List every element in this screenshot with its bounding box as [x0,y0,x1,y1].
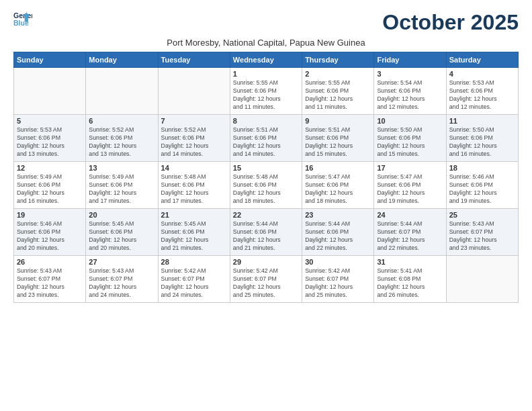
day-info: Sunrise: 5:45 AM Sunset: 6:06 PM Dayligh… [89,220,154,253]
day-number: 31 [377,258,443,266]
table-row: 8Sunrise: 5:51 AM Sunset: 6:06 PM Daylig… [230,115,302,162]
day-number: 13 [89,164,154,172]
header: General Blue October 2025 [13,10,519,35]
day-number: 16 [305,164,371,172]
calendar-week-5: 26Sunrise: 5:43 AM Sunset: 6:07 PM Dayli… [14,256,519,303]
day-info: Sunrise: 5:46 AM Sunset: 6:06 PM Dayligh… [17,220,83,253]
table-row: 24Sunrise: 5:44 AM Sunset: 6:07 PM Dayli… [374,209,446,256]
day-number: 28 [161,258,227,266]
day-info: Sunrise: 5:51 AM Sunset: 6:06 PM Dayligh… [233,126,299,158]
day-info: Sunrise: 5:55 AM Sunset: 6:06 PM Dayligh… [233,79,299,111]
calendar-table: Sunday Monday Tuesday Wednesday Thursday… [13,52,519,303]
table-row: 4Sunrise: 5:53 AM Sunset: 6:06 PM Daylig… [446,68,518,115]
col-friday: Friday [374,52,446,68]
day-number: 29 [233,258,299,266]
table-row: 14Sunrise: 5:48 AM Sunset: 6:06 PM Dayli… [158,162,230,209]
day-info: Sunrise: 5:54 AM Sunset: 6:06 PM Dayligh… [377,79,443,111]
day-info: Sunrise: 5:44 AM Sunset: 6:06 PM Dayligh… [305,220,371,253]
day-number: 5 [17,117,83,125]
day-info: Sunrise: 5:50 AM Sunset: 6:06 PM Dayligh… [377,126,443,158]
day-number: 25 [449,211,515,219]
day-number: 18 [449,164,515,172]
table-row: 26Sunrise: 5:43 AM Sunset: 6:07 PM Dayli… [14,256,86,303]
day-number: 8 [233,117,299,125]
day-number: 27 [89,258,154,266]
calendar-header-row: Sunday Monday Tuesday Wednesday Thursday… [14,52,519,68]
day-info: Sunrise: 5:42 AM Sunset: 6:07 PM Dayligh… [305,267,371,300]
day-number: 7 [161,117,227,125]
day-info: Sunrise: 5:53 AM Sunset: 6:06 PM Dayligh… [449,79,515,111]
table-row: 30Sunrise: 5:42 AM Sunset: 6:07 PM Dayli… [302,256,374,303]
table-row: 16Sunrise: 5:47 AM Sunset: 6:06 PM Dayli… [302,162,374,209]
day-number: 6 [89,117,154,125]
day-number: 15 [233,164,299,172]
table-row: 19Sunrise: 5:46 AM Sunset: 6:06 PM Dayli… [14,209,86,256]
table-row: 13Sunrise: 5:49 AM Sunset: 6:06 PM Dayli… [86,162,158,209]
day-number: 20 [89,211,154,219]
day-number: 26 [17,258,83,266]
day-number: 22 [233,211,299,219]
col-monday: Monday [86,52,158,68]
day-info: Sunrise: 5:43 AM Sunset: 6:07 PM Dayligh… [89,267,154,300]
table-row: 31Sunrise: 5:41 AM Sunset: 6:08 PM Dayli… [374,256,446,303]
table-row: 12Sunrise: 5:49 AM Sunset: 6:06 PM Dayli… [14,162,86,209]
day-number: 9 [305,117,371,125]
table-row: 18Sunrise: 5:46 AM Sunset: 6:06 PM Dayli… [446,162,518,209]
col-thursday: Thursday [302,52,374,68]
calendar-week-1: 1Sunrise: 5:55 AM Sunset: 6:06 PM Daylig… [14,68,519,115]
table-row [86,68,158,115]
table-row: 3Sunrise: 5:54 AM Sunset: 6:06 PM Daylig… [374,68,446,115]
col-wednesday: Wednesday [230,52,302,68]
day-info: Sunrise: 5:52 AM Sunset: 6:06 PM Dayligh… [89,126,154,158]
day-info: Sunrise: 5:53 AM Sunset: 6:06 PM Dayligh… [17,126,83,158]
table-row: 28Sunrise: 5:42 AM Sunset: 6:07 PM Dayli… [158,256,230,303]
table-row: 11Sunrise: 5:50 AM Sunset: 6:06 PM Dayli… [446,115,518,162]
day-number: 24 [377,211,443,219]
day-info: Sunrise: 5:44 AM Sunset: 6:07 PM Dayligh… [377,220,443,253]
day-number: 14 [161,164,227,172]
day-number: 30 [305,258,371,266]
day-info: Sunrise: 5:43 AM Sunset: 6:07 PM Dayligh… [449,220,515,253]
table-row: 29Sunrise: 5:42 AM Sunset: 6:07 PM Dayli… [230,256,302,303]
table-row [446,256,518,303]
day-info: Sunrise: 5:47 AM Sunset: 6:06 PM Dayligh… [305,173,371,205]
table-row: 15Sunrise: 5:48 AM Sunset: 6:06 PM Dayli… [230,162,302,209]
table-row: 23Sunrise: 5:44 AM Sunset: 6:06 PM Dayli… [302,209,374,256]
col-saturday: Saturday [446,52,518,68]
logo-icon: General Blue [13,10,32,29]
day-info: Sunrise: 5:42 AM Sunset: 6:07 PM Dayligh… [233,267,299,300]
table-row: 7Sunrise: 5:52 AM Sunset: 6:06 PM Daylig… [158,115,230,162]
day-info: Sunrise: 5:46 AM Sunset: 6:06 PM Dayligh… [449,173,515,205]
day-info: Sunrise: 5:48 AM Sunset: 6:06 PM Dayligh… [161,173,227,205]
table-row [158,68,230,115]
calendar-week-4: 19Sunrise: 5:46 AM Sunset: 6:06 PM Dayli… [14,209,519,256]
day-number: 11 [449,117,515,125]
page: General Blue October 2025 Port Moresby, … [0,0,532,411]
table-row: 6Sunrise: 5:52 AM Sunset: 6:06 PM Daylig… [86,115,158,162]
logo: General Blue [13,10,32,29]
day-number: 23 [305,211,371,219]
day-info: Sunrise: 5:42 AM Sunset: 6:07 PM Dayligh… [161,267,227,300]
table-row: 17Sunrise: 5:47 AM Sunset: 6:06 PM Dayli… [374,162,446,209]
calendar-week-2: 5Sunrise: 5:53 AM Sunset: 6:06 PM Daylig… [14,115,519,162]
table-row: 21Sunrise: 5:45 AM Sunset: 6:06 PM Dayli… [158,209,230,256]
day-number: 1 [233,70,299,78]
day-info: Sunrise: 5:52 AM Sunset: 6:06 PM Dayligh… [161,126,227,158]
table-row: 22Sunrise: 5:44 AM Sunset: 6:06 PM Dayli… [230,209,302,256]
table-row [14,68,86,115]
table-row: 25Sunrise: 5:43 AM Sunset: 6:07 PM Dayli… [446,209,518,256]
day-number: 10 [377,117,443,125]
subtitle: Port Moresby, National Capital, Papua Ne… [13,38,519,48]
col-tuesday: Tuesday [158,52,230,68]
day-number: 21 [161,211,227,219]
table-row: 1Sunrise: 5:55 AM Sunset: 6:06 PM Daylig… [230,68,302,115]
day-info: Sunrise: 5:44 AM Sunset: 6:06 PM Dayligh… [233,220,299,253]
day-info: Sunrise: 5:51 AM Sunset: 6:06 PM Dayligh… [305,126,371,158]
day-info: Sunrise: 5:47 AM Sunset: 6:06 PM Dayligh… [377,173,443,205]
day-number: 17 [377,164,443,172]
day-number: 12 [17,164,83,172]
table-row: 2Sunrise: 5:55 AM Sunset: 6:06 PM Daylig… [302,68,374,115]
day-info: Sunrise: 5:45 AM Sunset: 6:06 PM Dayligh… [161,220,227,253]
day-info: Sunrise: 5:48 AM Sunset: 6:06 PM Dayligh… [233,173,299,205]
table-row: 9Sunrise: 5:51 AM Sunset: 6:06 PM Daylig… [302,115,374,162]
